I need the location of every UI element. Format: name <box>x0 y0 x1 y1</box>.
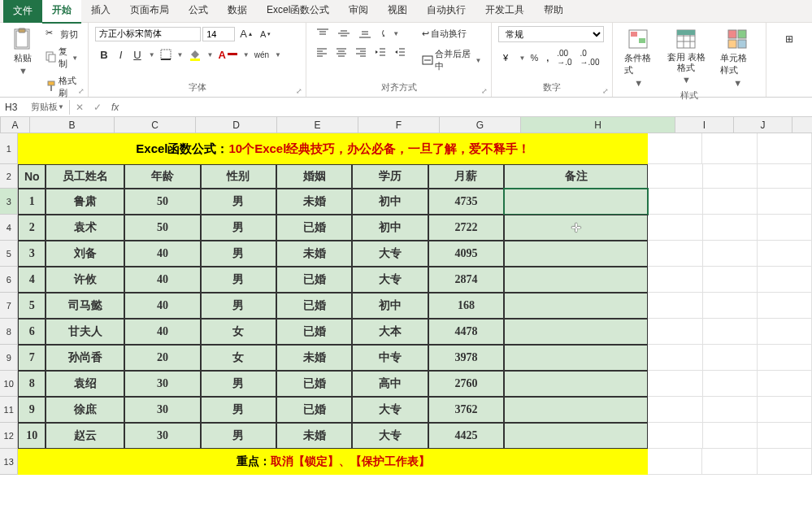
cell[interactable] <box>758 423 812 449</box>
data-cell[interactable]: 10 <box>18 423 46 449</box>
conditional-format-button[interactable]: 条件格式▼ <box>619 26 656 89</box>
data-cell[interactable]: 4735 <box>428 189 504 215</box>
row-header-1[interactable]: 1 <box>0 133 18 164</box>
font-name-select[interactable] <box>95 27 201 41</box>
cell-styles-button[interactable]: 单元格样式▼ <box>715 26 759 89</box>
align-middle-button[interactable] <box>334 26 354 41</box>
data-cell[interactable]: 男 <box>201 423 276 449</box>
data-cell[interactable]: 未婚 <box>276 189 352 215</box>
cell[interactable] <box>648 241 702 267</box>
data-cell[interactable]: 4095 <box>428 241 504 267</box>
cell[interactable] <box>758 241 812 267</box>
cell[interactable] <box>648 267 702 293</box>
data-cell[interactable]: 已婚 <box>276 215 352 241</box>
data-cell[interactable]: 大本 <box>352 319 428 345</box>
cell[interactable] <box>648 189 702 215</box>
data-cell[interactable]: 40 <box>124 319 200 345</box>
tab-7[interactable]: 视图 <box>378 0 417 24</box>
data-cell[interactable]: 男 <box>201 371 276 397</box>
decrease-decimal-button[interactable]: .0→.00 <box>577 47 603 68</box>
data-cell[interactable]: 4478 <box>428 319 504 345</box>
data-cell[interactable]: 6 <box>18 319 46 345</box>
font-color-button[interactable]: A <box>215 47 240 63</box>
col-header-H[interactable]: H <box>521 117 675 133</box>
cell[interactable] <box>703 371 758 397</box>
data-cell[interactable]: 4 <box>18 267 46 293</box>
data-cell[interactable]: 3978 <box>428 345 504 371</box>
cell[interactable] <box>648 371 702 397</box>
cell[interactable] <box>758 345 812 371</box>
font-size-select[interactable] <box>202 27 235 41</box>
data-cell[interactable]: 2874 <box>428 267 504 293</box>
col-header-B[interactable]: B <box>30 117 115 133</box>
col-header-I[interactable]: I <box>675 117 734 133</box>
data-cell[interactable]: 未婚 <box>276 345 352 371</box>
cell[interactable] <box>758 215 812 241</box>
cell[interactable] <box>758 397 812 423</box>
cell[interactable] <box>758 267 812 293</box>
bold-button[interactable]: B <box>95 47 112 63</box>
col-header-C[interactable]: C <box>115 117 196 133</box>
data-cell[interactable]: 大专 <box>352 397 428 423</box>
cell[interactable] <box>648 133 702 164</box>
footer-cell[interactable]: 重点：取消【锁定】、【保护工作表】 <box>18 449 648 475</box>
format-painter-button[interactable]: 格式刷 <box>42 73 81 101</box>
col-header-J[interactable]: J <box>734 117 792 133</box>
data-cell[interactable]: 50 <box>124 215 200 241</box>
tab-1[interactable]: 插入 <box>81 0 120 24</box>
row-header-2[interactable]: 2 <box>0 164 18 189</box>
dialog-launcher-icon[interactable]: ⤢ <box>296 87 304 95</box>
align-right-button[interactable] <box>352 46 370 59</box>
data-cell[interactable]: 已婚 <box>276 397 352 423</box>
header-cell[interactable]: 婚姻 <box>276 164 352 189</box>
header-cell[interactable]: 员工姓名 <box>46 164 124 189</box>
row-header-9[interactable]: 9 <box>0 345 18 371</box>
cell[interactable] <box>703 293 758 319</box>
data-cell[interactable]: 2722 <box>428 215 504 241</box>
col-header-F[interactable]: F <box>358 117 440 133</box>
row-header-3[interactable]: 3 <box>0 189 18 215</box>
cut-button[interactable]: ✂ 剪切 <box>42 26 81 42</box>
cell[interactable] <box>648 345 702 371</box>
row-header-6[interactable]: 6 <box>0 267 18 293</box>
data-cell[interactable]: 男 <box>201 397 276 423</box>
data-cell[interactable]: 50 <box>124 189 200 215</box>
data-cell[interactable]: 初中 <box>352 215 428 241</box>
data-cell[interactable]: 40 <box>124 293 200 319</box>
data-cell[interactable]: 女 <box>201 345 276 371</box>
data-cell[interactable]: 大专 <box>352 423 428 449</box>
data-cell[interactable]: 7 <box>18 345 46 371</box>
cell[interactable] <box>703 189 758 215</box>
data-cell[interactable]: 168 <box>428 293 504 319</box>
data-cell[interactable]: 刘备 <box>46 241 124 267</box>
data-cell[interactable]: 中专 <box>352 345 428 371</box>
data-cell[interactable]: ✛ <box>504 215 648 241</box>
cell[interactable] <box>702 133 757 164</box>
data-cell[interactable]: 男 <box>201 267 276 293</box>
orientation-button[interactable]: ⤹ <box>376 27 390 41</box>
tab-6[interactable]: 审阅 <box>339 0 378 24</box>
row-header-7[interactable]: 7 <box>0 293 18 319</box>
data-cell[interactable]: 甘夫人 <box>46 319 124 345</box>
cell[interactable] <box>758 189 812 215</box>
header-cell[interactable]: 性别 <box>201 164 276 189</box>
data-cell[interactable]: 女 <box>201 319 276 345</box>
merge-center-button[interactable]: 合并后居中▼ <box>419 46 484 74</box>
wrap-text-button[interactable]: ↩ 自动换行 <box>419 26 484 41</box>
cell[interactable] <box>758 164 812 189</box>
data-cell[interactable]: 8 <box>18 371 46 397</box>
title-cell[interactable]: Excel函数公式：10个Excel经典技巧，办公必备，一旦了解，爱不释手！ <box>18 133 648 164</box>
cell[interactable] <box>758 319 812 345</box>
data-cell[interactable]: 男 <box>201 215 276 241</box>
number-format-select[interactable]: 常规 <box>498 26 604 42</box>
tab-9[interactable]: 开发工具 <box>475 0 534 24</box>
data-cell[interactable] <box>504 397 648 423</box>
cell[interactable] <box>758 371 812 397</box>
data-cell[interactable]: 2760 <box>428 371 504 397</box>
underline-button[interactable]: U <box>128 47 145 63</box>
data-cell[interactable] <box>504 293 648 319</box>
data-cell[interactable]: 男 <box>201 189 276 215</box>
data-cell[interactable]: 初中 <box>352 293 428 319</box>
cell[interactable] <box>648 319 702 345</box>
data-cell[interactable]: 未婚 <box>276 241 352 267</box>
